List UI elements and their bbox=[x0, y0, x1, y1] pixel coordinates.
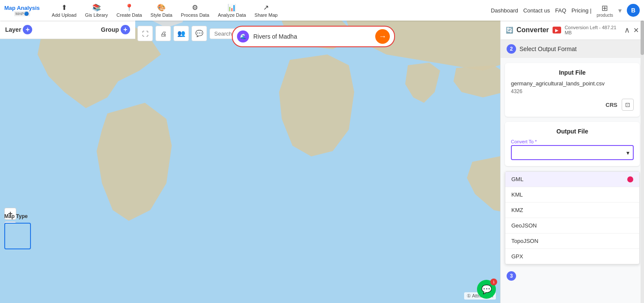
toolbar-select-btn[interactable]: ⛶ bbox=[137, 26, 153, 41]
nav-item-gis-library[interactable]: 📚Gis Library bbox=[82, 2, 111, 19]
chat-badge: 1 bbox=[490, 279, 497, 285]
step2-label: Select Output Format bbox=[519, 45, 577, 52]
convert-to-label: Convert To * bbox=[511, 139, 634, 144]
dropdown-item-gpx[interactable]: GPX bbox=[505, 249, 639, 264]
converter-header: 🔄 Converter ▶ Conversion Left - 487.21 M… bbox=[501, 21, 644, 40]
converter-content: Input File germany_agricultural_lands_po… bbox=[501, 58, 644, 303]
toolbar-print-btn[interactable]: 🖨 bbox=[155, 26, 171, 41]
dropdown-item-kmz[interactable]: KMZ bbox=[505, 203, 639, 218]
map-type-thumbnail[interactable] bbox=[4, 223, 31, 249]
input-file-section: Input File germany_agricultural_lands_po… bbox=[505, 63, 640, 117]
rivers-search-bar[interactable]: 🌊 Rivers of Madha → bbox=[232, 26, 395, 47]
crs-scan-icon[interactable]: ⊡ bbox=[622, 99, 634, 111]
nav-item-add-upload[interactable]: ⬆Add Upload bbox=[49, 2, 80, 19]
scroll-track[interactable] bbox=[641, 21, 644, 303]
toolbar-comment-btn[interactable]: 💬 bbox=[191, 26, 207, 41]
file-name-text: germany_agricultural_lands_point.csv bbox=[511, 80, 634, 87]
rivers-text: Rivers of Madha bbox=[253, 33, 371, 40]
brand-sub: MAP🔵 bbox=[14, 11, 30, 16]
brand-title: Map Analysis bbox=[4, 5, 40, 11]
chat-bubble[interactable]: 💬 1 bbox=[477, 280, 496, 299]
step3-badge: 3 bbox=[507, 271, 516, 281]
dashboard-link[interactable]: Dashboard bbox=[491, 7, 518, 14]
step3-area: 3 bbox=[501, 268, 644, 284]
format-dropdown-list: GMLKMLKMZGeoJSONTopoJSONGPX bbox=[505, 171, 640, 264]
nav-item-share-map[interactable]: ↗Share Map bbox=[251, 2, 281, 19]
nav-item-create-data[interactable]: 📍Create Data bbox=[113, 2, 145, 19]
pricing-link[interactable]: Pricing | bbox=[571, 7, 592, 14]
layer-add-icon[interactable]: + bbox=[23, 25, 32, 34]
step2-header: 2 Select Output Format bbox=[501, 40, 644, 58]
conversion-left-text: Conversion Left - 487.21 MB bbox=[565, 25, 621, 35]
youtube-icon[interactable]: ▶ bbox=[553, 27, 562, 33]
output-section-title: Output File bbox=[511, 128, 634, 135]
user-avatar[interactable]: B bbox=[627, 4, 640, 17]
convert-to-select-wrapper[interactable]: ▾ bbox=[511, 145, 634, 160]
nav-item-style-data[interactable]: 🎨Style Data bbox=[147, 2, 176, 19]
layer-button[interactable]: Layer + bbox=[5, 25, 32, 34]
faq-link[interactable]: FAQ bbox=[555, 7, 566, 14]
rivers-icon: 🌊 bbox=[237, 30, 249, 42]
converter-title: Converter bbox=[516, 26, 549, 34]
map-type-label: Map Type bbox=[4, 213, 27, 219]
refresh-icon: 🔄 bbox=[506, 27, 513, 33]
rivers-go-button[interactable]: → bbox=[375, 29, 390, 44]
layer-group-bar: Layer + Group + bbox=[0, 21, 135, 39]
file-crs-text: 4326 bbox=[511, 88, 634, 94]
input-section-title: Input File bbox=[511, 69, 634, 76]
crs-label[interactable]: CRS bbox=[606, 102, 617, 108]
left-panel: Layer + Group + bbox=[0, 21, 135, 39]
products-button[interactable]: ⊞ products bbox=[597, 3, 613, 18]
nav-brand: Map Analysis MAP🔵 bbox=[4, 5, 40, 16]
dropdown-item-kml[interactable]: KML bbox=[505, 187, 639, 203]
crs-row: CRS ⊡ bbox=[511, 99, 634, 111]
convert-to-wrapper: Convert To * ▾ bbox=[511, 139, 634, 160]
right-panel: 🔄 Converter ▶ Conversion Left - 487.21 M… bbox=[500, 21, 644, 303]
top-nav: Map Analysis MAP🔵 ⬆Add Upload📚Gis Librar… bbox=[0, 0, 644, 21]
convert-to-select[interactable] bbox=[512, 146, 633, 159]
step2-badge: 2 bbox=[507, 44, 516, 54]
group-label: Group bbox=[101, 26, 119, 33]
group-button[interactable]: Group + bbox=[101, 25, 130, 34]
dropdown-item-topojson[interactable]: TopoJSON bbox=[505, 233, 639, 249]
main-area: Layer + Group + ⛶ 🖨 👥 💬 🔍 🌊 Rivers of Ma… bbox=[0, 21, 644, 303]
scroll-thumb[interactable] bbox=[641, 21, 644, 55]
close-button[interactable]: ✕ bbox=[633, 26, 639, 34]
contact-link[interactable]: Contact us bbox=[523, 7, 550, 14]
nav-item-analyze-data[interactable]: 📊Analyze Data bbox=[214, 2, 249, 19]
nav-items: ⬆Add Upload📚Gis Library📍Create Data🎨Styl… bbox=[49, 2, 491, 19]
nav-right: Dashboard Contact us FAQ Pricing | ⊞ pro… bbox=[491, 3, 640, 18]
group-add-icon[interactable]: + bbox=[121, 25, 130, 34]
dropdown-item-geojson[interactable]: GeoJSON bbox=[505, 218, 639, 233]
layer-label: Layer bbox=[5, 26, 21, 33]
output-file-section: Output File Convert To * ▾ bbox=[505, 122, 640, 166]
nav-item-process-data[interactable]: ⚙Process Data bbox=[177, 2, 213, 19]
minimize-button[interactable]: ∧ bbox=[624, 25, 630, 35]
toolbar-layers-btn[interactable]: 👥 bbox=[173, 26, 189, 41]
dropdown-item-gml[interactable]: GML bbox=[505, 172, 639, 187]
